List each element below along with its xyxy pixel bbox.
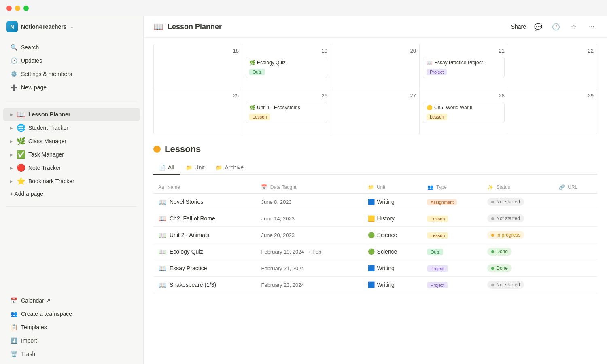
cell-url [554,210,597,227]
row-icon: 📖 [158,215,166,222]
sidebar-item-import[interactable]: ⬇️ Import [3,334,140,347]
calendar-cell-27: 27 [331,89,420,134]
date-col-icon: 📅 [261,184,267,190]
share-button[interactable]: Share [511,23,526,30]
unit-icon: 🟨 [368,215,375,222]
day-number: 26 [246,93,327,99]
event-title: 🌿 Ecology Quiz [249,60,324,66]
cell-status: In progress [482,227,554,243]
comment-icon[interactable]: 💬 [533,21,544,32]
day-number: 28 [423,93,505,99]
sidebar-item-templates[interactable]: 📋 Templates [3,321,140,334]
bookmark-tracker-icon: ⭐ [17,177,25,185]
chevron-icon: ▶ [10,152,13,157]
unit-col-icon: 📁 [368,184,374,190]
sidebar-item-class-manager[interactable]: ▶ 🌿 Class Manager [3,135,140,148]
chevron-icon: ▶ [10,179,13,184]
calendar-section: 18 19 🌿 Ecology Quiz Quiz 20 [144,38,607,138]
sidebar-divider [6,101,137,101]
cell-status: Not started [482,210,554,227]
row-icon: 📖 [158,281,166,289]
calendar-cell-29: 29 [508,89,597,134]
calendar-grid: 18 19 🌿 Ecology Quiz Quiz 20 [153,44,597,134]
titlebar [0,0,607,16]
tab-archive[interactable]: 📁 Archive [210,161,249,175]
sidebar-lesson-planner-label: Lesson Planner [28,111,70,118]
cell-name: 📖 Ecology Quiz [153,243,256,260]
topbar-right: Share 💬 🕐 ☆ ··· [511,21,597,32]
minimize-button[interactable] [15,6,20,11]
sidebar-calendar-label: Calendar ↗ [21,297,51,304]
status-dot-icon [491,267,494,270]
favorite-icon[interactable]: ☆ [568,21,579,32]
status-dot-icon [491,234,494,237]
unit-name: Writing [377,265,395,271]
event-icon: 📖 [427,60,433,66]
table-row[interactable]: 📖 Ecology Quiz February 19, 2024 → Feb 🟢… [153,243,597,260]
history-icon[interactable]: 🕐 [550,21,562,32]
sidebar-item-bookmark-tracker[interactable]: ▶ ⭐ Bookmark Tracker [3,175,140,188]
row-icon: 📖 [158,198,166,206]
status-dot-icon [491,201,494,203]
cell-unit: 🟦 Writing [363,194,422,210]
more-icon[interactable]: ··· [586,21,597,32]
table-row[interactable]: 📖 Shakespeare (1/3) February 23, 2024 🟦 … [153,277,597,293]
cell-type: Lesson [422,210,482,227]
tab-all[interactable]: 📄 All [153,161,180,175]
status-badge: Done [487,264,512,272]
add-page-label: + Add a page [10,190,43,197]
table-row[interactable]: 📖 Novel Stories June 8, 2023 🟦 Writing A… [153,194,597,210]
essay-practice-event[interactable]: 📖 Essay Practice Project Project [423,57,505,78]
tab-archive-label: Archive [225,164,244,171]
sidebar-item-lesson-planner[interactable]: ▶ 📖 Lesson Planner [3,108,140,121]
section-title: Lessons [165,144,201,154]
table-row[interactable]: 📖 Essay Practice February 21, 2024 🟦 Wri… [153,260,597,277]
maximize-button[interactable] [23,6,29,11]
close-button[interactable] [6,6,12,11]
row-name: Ecology Quiz [170,248,203,255]
settings-icon: ⚙️ [10,70,18,78]
sidebar-item-note-tracker[interactable]: ▶ 🔴 Note Tracker [3,161,140,174]
sidebar-item-create-teamspace[interactable]: 👥 Create a teamspace [3,307,140,320]
tab-unit[interactable]: 📁 Unit [180,161,210,175]
sidebar-add-page[interactable]: + Add a page [3,188,140,199]
row-icon: 📖 [158,265,166,272]
sidebar-new-page-label: New page [21,84,47,91]
workspace-header[interactable]: N Notion4Teachers ⌄ [0,16,143,37]
table-row[interactable]: 📖 Ch2. Fall of Rome June 14, 2023 🟨 Hist… [153,210,597,227]
sidebar-item-updates[interactable]: 🕐 Updates [3,54,140,67]
workspace-logo: N [6,21,18,32]
cell-status: Not started [482,194,554,210]
trash-icon: 🗑️ [10,350,18,358]
ecology-quiz-event[interactable]: 🌿 Ecology Quiz Quiz [246,57,327,78]
url-col-icon: 🔗 [559,184,565,190]
cell-name: 📖 Unit 2 - Animals [153,227,256,243]
day-number: 25 [157,93,239,99]
sidebar-class-manager-label: Class Manager [28,138,66,144]
cell-unit: 🟢 Science [363,243,422,260]
sidebar-item-new-page[interactable]: ➕ New page [3,81,140,94]
cell-url [554,227,597,243]
day-number: 29 [511,93,594,99]
sidebar-item-task-manager[interactable]: ▶ ✅ Task Manager [3,148,140,161]
lesson-planner-icon: 📖 [17,110,25,119]
note-tracker-icon: 🔴 [17,164,25,172]
cell-unit: 🟦 Writing [363,277,422,293]
sidebar-item-student-tracker[interactable]: ▶ 🌐 Student Tracker [3,121,140,134]
unit1-ecosystems-event[interactable]: 🌿 Unit 1 - Ecosystems Lesson [246,102,327,123]
sidebar-item-search[interactable]: 🔍 Search [3,41,140,54]
row-icon: 📖 [158,248,166,256]
day-number: 19 [246,48,327,54]
type-badge: Lesson [427,216,448,222]
ch5-world-war-event[interactable]: 🟡 Ch5. World War II Lesson [423,102,505,123]
unit-name: Writing [377,199,395,205]
sidebar-item-calendar[interactable]: 📅 Calendar ↗ [3,294,140,307]
type-badge: Quiz [427,249,443,255]
sidebar-item-trash[interactable]: 🗑️ Trash [3,347,140,360]
day-number: 27 [334,93,416,99]
table-row[interactable]: 📖 Unit 2 - Animals June 20, 2023 🟢 Scien… [153,227,597,243]
tab-unit-icon: 📁 [186,165,192,171]
sidebar-item-settings[interactable]: ⚙️ Settings & members [3,68,140,80]
cell-unit: 🟦 Writing [363,260,422,277]
row-name: Shakespeare (1/3) [170,281,216,288]
